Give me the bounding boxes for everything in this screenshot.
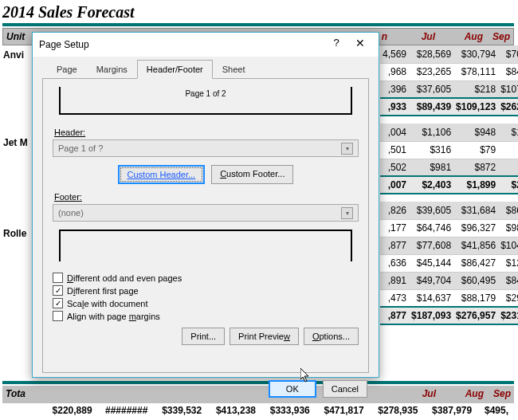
data-grid: 4,569$28,569$30,794$70, ,968$23,265$78,1… <box>380 45 518 325</box>
footer-combo[interactable]: (none) ▾ <box>53 204 359 222</box>
footer-preview <box>59 230 352 261</box>
header-preview: Page 1 of 2 <box>59 87 352 115</box>
check-scale-doc[interactable]: ✓Scale with document <box>53 298 359 308</box>
chevron-down-icon[interactable]: ▾ <box>341 143 353 155</box>
tab-body: Page 1 of 2 Header: Page 1 of ? ▾ Custom… <box>42 78 369 373</box>
check-diff-odd-even[interactable]: Different odd and even pages <box>53 273 359 283</box>
custom-footer-button[interactable]: Custom Footer... <box>211 165 293 184</box>
chevron-down-icon[interactable]: ▾ <box>341 207 353 219</box>
tab-margins[interactable]: Margins <box>87 60 137 79</box>
tab-sheet[interactable]: Sheet <box>213 60 255 79</box>
page-setup-dialog: Page Setup ? ✕ Page Margins Header/Foote… <box>32 32 379 378</box>
options-button[interactable]: Options... <box>304 328 359 345</box>
header-combo[interactable]: Page 1 of ? ▾ <box>53 139 359 157</box>
page-title: 2014 Sales Forecast <box>2 3 135 22</box>
print-button[interactable]: Print... <box>182 328 225 345</box>
close-icon[interactable]: ✕ <box>348 37 372 53</box>
dialog-title: Page Setup <box>39 39 324 50</box>
dialog-titlebar: Page Setup ? ✕ <box>33 33 379 57</box>
footer-label: Footer: <box>54 192 82 202</box>
custom-header-button[interactable]: Custom Header... <box>118 165 206 184</box>
help-icon[interactable]: ? <box>324 37 348 53</box>
divider <box>2 23 514 26</box>
check-align-margins[interactable]: Align with page margins <box>53 311 359 321</box>
tab-strip: Page Margins Header/Footer Sheet <box>47 60 379 79</box>
cancel-button[interactable]: Cancel <box>323 380 367 398</box>
row-label: Jet M <box>3 137 28 148</box>
check-diff-first[interactable]: ✓Different first page <box>53 285 359 296</box>
mouse-cursor-icon <box>300 368 312 384</box>
totals-values: $220,889 ######## $339,532 $413,238 $333… <box>2 405 514 416</box>
row-label: Anvi <box>3 49 24 61</box>
tab-page[interactable]: Page <box>47 60 87 79</box>
tab-header-footer[interactable]: Header/Footer <box>137 60 213 79</box>
header-label: Header: <box>54 128 85 137</box>
print-preview-button[interactable]: Print Preview <box>230 328 299 345</box>
row-label: Rolle <box>3 228 26 239</box>
